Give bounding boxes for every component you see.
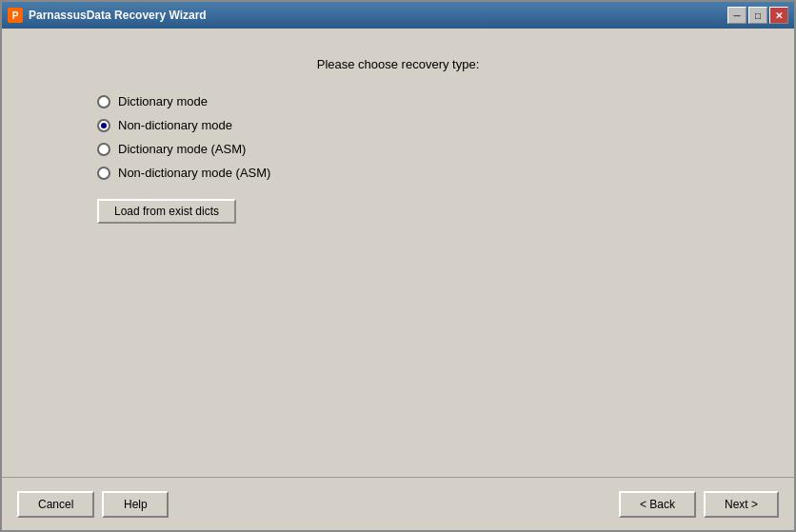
recovery-type-group: Dictionary mode Non-dictionary mode Dict…: [97, 94, 756, 180]
bottom-bar: Cancel Help < Back Next >: [2, 477, 794, 530]
prompt-label: Please choose recovery type:: [40, 57, 756, 71]
radio-label-non-dictionary-asm: Non-dictionary mode (ASM): [118, 166, 270, 180]
radio-button-dictionary-asm[interactable]: [97, 143, 110, 156]
close-button[interactable]: ✕: [769, 7, 788, 24]
titlebar: P ParnassusData Recovery Wizard ─ □ ✕: [2, 2, 794, 29]
radio-label-dictionary: Dictionary mode: [118, 94, 208, 108]
main-content: Please choose recovery type: Dictionary …: [2, 29, 794, 477]
cancel-button[interactable]: Cancel: [17, 491, 94, 518]
next-button[interactable]: Next >: [704, 491, 779, 518]
main-window: P ParnassusData Recovery Wizard ─ □ ✕ Pl…: [0, 0, 796, 532]
radio-label-non-dictionary: Non-dictionary mode: [118, 118, 232, 132]
bottom-left-buttons: Cancel Help: [17, 491, 169, 518]
radio-button-non-dictionary-asm[interactable]: [97, 167, 110, 180]
window-title: ParnassusData Recovery Wizard: [29, 9, 722, 22]
titlebar-controls: ─ □ ✕: [727, 7, 788, 24]
help-button[interactable]: Help: [102, 491, 169, 518]
content-spacer: [40, 224, 756, 458]
load-from-exist-dicts-button[interactable]: Load from exist dicts: [97, 199, 236, 224]
radio-label-dictionary-asm: Dictionary mode (ASM): [118, 142, 246, 156]
radio-non-dictionary-mode[interactable]: Non-dictionary mode: [97, 118, 756, 132]
app-icon: P: [8, 8, 23, 23]
radio-button-dictionary[interactable]: [97, 95, 110, 108]
radio-selected-indicator: [101, 123, 107, 128]
minimize-button[interactable]: ─: [727, 7, 746, 24]
radio-dictionary-asm[interactable]: Dictionary mode (ASM): [97, 142, 756, 156]
radio-non-dictionary-asm[interactable]: Non-dictionary mode (ASM): [97, 166, 756, 180]
radio-dictionary-mode[interactable]: Dictionary mode: [97, 94, 756, 108]
back-button[interactable]: < Back: [619, 491, 696, 518]
bottom-right-buttons: < Back Next >: [619, 491, 779, 518]
maximize-button[interactable]: □: [748, 7, 767, 24]
radio-button-non-dictionary[interactable]: [97, 119, 110, 132]
